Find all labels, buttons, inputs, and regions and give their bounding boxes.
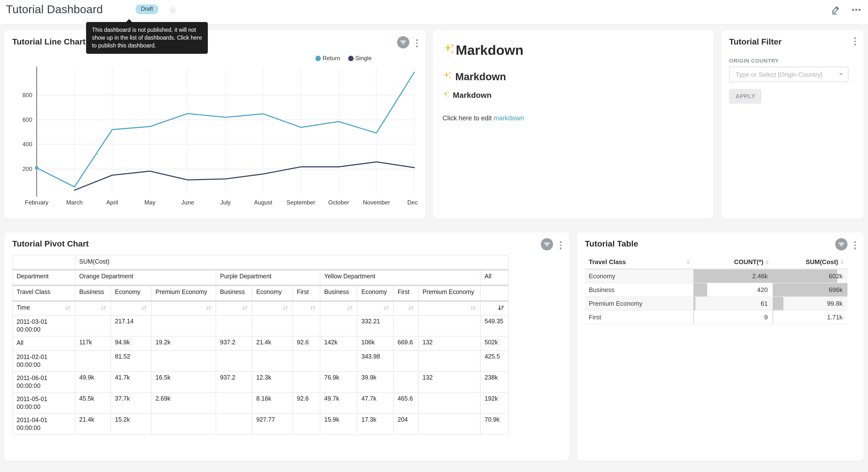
publish-tooltip: This dashboard is not published, it will… <box>86 22 208 54</box>
edit-dashboard-icon[interactable] <box>831 5 841 17</box>
pivot-cell <box>75 315 111 336</box>
pivot-sort-icon[interactable] <box>216 301 252 315</box>
pivot-sort-icon[interactable] <box>75 301 111 315</box>
table-panel-menu-icon[interactable] <box>853 240 857 250</box>
line-chart-title: Tutorial Line Chart <box>12 37 86 47</box>
pivot-sort-icon[interactable] <box>151 301 216 315</box>
svg-text:Dece: Dece <box>407 199 418 206</box>
svg-text:May: May <box>145 199 156 206</box>
pivot-cell: 8.16k <box>252 392 293 414</box>
sum-cost-cell: 99.8k <box>773 297 847 311</box>
pivot-sort-icon[interactable] <box>357 301 394 315</box>
cross-filter-scope-icon[interactable] <box>397 36 409 50</box>
table-row[interactable]: Premium Economy6199.8k <box>585 297 847 311</box>
pivot-row-label: All <box>12 336 75 350</box>
pivot-cell <box>394 350 418 372</box>
pivot-row: 2011-05-01 00:00:0045.5k37.7k2.69k8.16k9… <box>12 392 508 414</box>
pivot-col-header: Economy <box>252 286 293 301</box>
pivot-sort-icon[interactable] <box>252 301 293 315</box>
pivot-cell <box>75 350 111 372</box>
pivot-col-header <box>480 286 508 301</box>
pivot-cell: 15.9k <box>320 414 357 435</box>
line-chart-panel: Tutorial Line Chart ReturnSingle 2004006… <box>4 30 426 218</box>
sparkles-icon <box>442 90 450 100</box>
pivot-cell: 21.4k <box>75 414 111 435</box>
filter-panel-menu-icon[interactable] <box>853 36 857 46</box>
pivot-cell: 47.7k <box>357 392 394 414</box>
col-header-sum-cost[interactable]: SUM(Cost) <box>773 255 847 269</box>
pivot-sort-icon[interactable] <box>320 301 357 315</box>
origin-country-label: ORIGIN COUNTRY <box>729 58 779 64</box>
sort-carets-icon <box>687 260 689 264</box>
pivot-cell <box>320 350 357 372</box>
travel-class-cell: Economy <box>585 269 693 283</box>
table-row[interactable]: Economy2.46k602k <box>585 269 847 283</box>
markdown-panel: Markdown Markdown Ma <box>433 30 713 218</box>
pivot-cell: 76.9k <box>320 372 357 392</box>
pivot-cell: 81.52 <box>111 350 151 372</box>
pivot-chart-menu-icon[interactable] <box>559 240 562 250</box>
pivot-cell: 132 <box>418 336 480 350</box>
markdown-heading-1: Markdown <box>442 42 704 59</box>
pivot-cell: 94.9k <box>111 336 151 350</box>
pivot-cell <box>151 315 216 336</box>
pivot-sort-time[interactable]: Time <box>12 301 75 315</box>
pivot-cell <box>418 350 480 372</box>
pivot-sort-icon[interactable] <box>394 301 418 315</box>
favorite-star-icon[interactable]: ☆ <box>169 5 177 15</box>
pivot-cell: 17.3k <box>357 414 394 435</box>
pivot-sort-icon[interactable] <box>480 301 508 315</box>
pivot-cell <box>293 414 320 435</box>
apply-filter-button[interactable]: APPLY <box>729 89 762 104</box>
svg-text:600: 600 <box>23 116 32 123</box>
pivot-cell: 49.7k <box>320 392 357 414</box>
table-row[interactable]: Business420696k <box>585 283 847 297</box>
col-header-travel-class[interactable]: Travel Class <box>585 255 693 269</box>
pivot-cell <box>151 350 216 372</box>
pivot-col-header: Premium Economy <box>151 286 216 301</box>
pivot-cell <box>418 315 480 336</box>
table-row[interactable]: First91.71k <box>585 311 847 324</box>
cross-filter-scope-icon[interactable] <box>540 238 553 253</box>
pivot-col-group: All <box>480 270 508 286</box>
sum-cost-cell: 602k <box>773 269 847 283</box>
pivot-cell <box>418 392 480 414</box>
origin-country-select[interactable] <box>729 66 848 82</box>
pivot-cell: 238k <box>480 372 508 392</box>
pivot-sort-icon[interactable] <box>111 301 151 315</box>
chevron-down-icon <box>839 73 843 77</box>
pivot-cell <box>252 315 293 336</box>
pivot-sort-icon[interactable] <box>418 301 480 315</box>
pivot-cell: 465.6 <box>394 392 418 414</box>
sort-carets-icon <box>841 260 843 264</box>
travel-class-cell: Business <box>585 283 693 297</box>
cross-filter-scope-icon[interactable] <box>835 238 847 253</box>
pivot-sort-icon[interactable] <box>293 301 320 315</box>
travel-class-table: Travel ClassCOUNT(*)SUM(Cost)Economy2.46… <box>585 255 847 324</box>
status-badge[interactable]: Draft <box>135 4 158 14</box>
svg-text:March: March <box>66 199 83 206</box>
edit-markdown-link[interactable]: markdown <box>494 114 524 122</box>
pivot-cell: 549.35 <box>480 315 508 336</box>
pivot-row: All117k94.9k19.2k937.221.4k92.6142k106k6… <box>12 336 508 350</box>
count-cell: 61 <box>693 297 773 311</box>
line-chart-menu-icon[interactable] <box>415 38 418 49</box>
pivot-cell <box>418 414 480 435</box>
markdown-cta: Click here to edit markdown <box>442 114 704 122</box>
pivot-row-label: 2011-02-01 00:00:00 <box>12 350 75 372</box>
pivot-col-header: First <box>293 286 320 301</box>
pivot-cell: 45.5k <box>75 392 111 414</box>
col-header-count[interactable]: COUNT(*) <box>693 255 773 269</box>
pivot-cell: 39.9k <box>357 372 394 392</box>
sum-cost-cell: 1.71k <box>773 311 847 324</box>
pivot-cell: 142k <box>320 336 357 350</box>
pivot-cell: 937.2 <box>216 372 252 392</box>
pivot-cell: 49.9k <box>75 372 111 392</box>
pivot-col-group: Yellow Department <box>320 270 480 286</box>
more-actions-icon[interactable] <box>851 5 861 17</box>
pivot-cell: 425.5 <box>480 350 508 372</box>
origin-country-input[interactable] <box>735 70 836 79</box>
filter-panel-title: Tutorial Filter <box>729 37 782 47</box>
pivot-cell <box>151 414 216 435</box>
pivot-cell: 217.14 <box>111 315 151 336</box>
